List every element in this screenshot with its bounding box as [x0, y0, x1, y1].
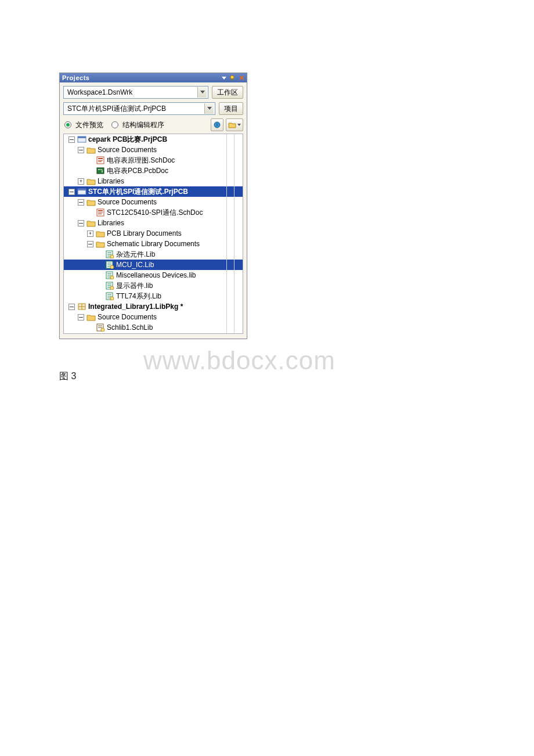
lib-icon	[105, 250, 114, 258]
tree-row[interactable]: 电容表PCB.PcbDoc	[64, 165, 243, 176]
svg-rect-9	[79, 150, 83, 150]
pin-icon[interactable]	[229, 75, 237, 81]
prj-icon	[77, 135, 86, 143]
tree-item-label: STC单片机SPI通信测试.PrjPCB	[88, 186, 188, 197]
tree-item-label: Source Documents	[98, 312, 157, 322]
radio-preview[interactable]	[64, 121, 71, 128]
projects-panel: Projects ✕ Workspace1.DsnWrk 工作区 STC单片机S…	[59, 73, 247, 339]
project-combo[interactable]: STC单片机SPI通信测试.PrjPCB	[63, 102, 215, 115]
tree-row[interactable]: Libraries	[64, 218, 243, 228]
tree-row[interactable]: Schlib1.SchLib	[64, 322, 243, 333]
expander-none	[87, 325, 93, 331]
svg-marker-3	[200, 91, 205, 93]
project-value: STC单片机SPI通信测试.PrjPCB	[67, 104, 204, 114]
tree-row[interactable]: STC12C5410-SPI通信.SchDoc	[64, 207, 243, 218]
panel-body: Workspace1.DsnWrk 工作区 STC单片机SPI通信测试.PrjP…	[60, 82, 247, 339]
globe-icon	[213, 121, 221, 129]
tree-item-label: 显示器件.lib	[116, 280, 153, 291]
tree-item-label: Source Documents	[98, 145, 157, 155]
tree-row[interactable]: Source Documents	[64, 312, 243, 322]
close-icon[interactable]: ✕	[237, 74, 246, 82]
tree-row[interactable]: STC单片机SPI通信测试.PrjPCB	[64, 186, 243, 197]
workspace-button[interactable]: 工作区	[212, 86, 243, 99]
tree-row[interactable]: cepark PCB比赛.PrjPCB	[64, 134, 243, 145]
tree-row[interactable]: +Libraries	[64, 176, 243, 186]
tree-item-label: TTL74系列.Lib	[116, 291, 161, 301]
tree-row[interactable]: Source Documents	[64, 197, 243, 207]
tree-item-label: Schlib1.SchLib	[107, 322, 153, 333]
tree-row[interactable]: Schematic Library Documents	[64, 239, 243, 249]
collapse-icon[interactable]	[68, 189, 75, 195]
tree-item-label: 电容表原理图.SchDoc	[107, 155, 175, 165]
expander-none	[87, 168, 93, 174]
collapse-icon[interactable]	[87, 241, 93, 247]
chevron-down-icon[interactable]	[197, 87, 207, 98]
tree-item-label: Source Documents	[98, 197, 157, 207]
expander-none	[96, 251, 103, 258]
tree-item-label: 电容表PCB.PcbDoc	[107, 165, 168, 176]
svg-rect-2	[232, 78, 233, 80]
radio-preview-label: 文件预览	[75, 120, 103, 130]
expander-none	[96, 283, 103, 289]
svg-rect-14	[97, 168, 104, 174]
tree-item-label: Schematic Library Documents	[107, 239, 200, 249]
collapse-icon[interactable]	[78, 220, 84, 226]
svg-rect-6	[70, 139, 74, 140]
svg-point-41	[101, 328, 104, 332]
expand-icon[interactable]: +	[87, 231, 93, 237]
svg-rect-22	[98, 210, 103, 211]
collapse-icon[interactable]	[68, 304, 75, 310]
tree-item-label: PCB Library Documents	[107, 228, 182, 239]
svg-rect-12	[98, 160, 103, 161]
tree-item-label: MCU_IC.Lib	[116, 260, 154, 270]
tree-item-label: 杂选元件.Lib	[116, 249, 155, 260]
compile-button[interactable]	[211, 118, 223, 131]
folder-options-button[interactable]	[226, 118, 243, 131]
folder-icon	[86, 177, 96, 185]
tree-item-label: Integrated_Library1.LibPkg *	[88, 301, 183, 312]
panel-titlebar[interactable]: Projects ✕	[60, 73, 247, 82]
collapse-icon[interactable]	[78, 314, 84, 321]
svg-rect-24	[98, 214, 102, 214]
project-tree[interactable]: cepark PCB比赛.PrjPCBSource Documents电容表原理…	[63, 134, 243, 334]
tree-row[interactable]: MCU_IC.Lib	[64, 260, 243, 270]
expand-icon[interactable]: +	[78, 178, 84, 185]
svg-rect-26	[88, 244, 92, 244]
svg-point-28	[110, 255, 114, 258]
tree-item-label: cepark PCB比赛.PrjPCB	[88, 134, 167, 145]
workspace-combo[interactable]: Workspace1.DsnWrk	[63, 86, 208, 99]
expander-none	[87, 210, 93, 216]
tree-row[interactable]: 电容表原理图.SchDoc	[64, 155, 243, 165]
prj-icon	[77, 188, 86, 196]
svg-point-36	[110, 297, 114, 300]
radio-structure[interactable]	[111, 121, 118, 128]
tree-row[interactable]: +PCB Library Documents	[64, 228, 243, 239]
tree-row[interactable]: 显示器件.lib	[64, 280, 243, 291]
svg-rect-25	[79, 223, 83, 224]
panel-title: Projects	[61, 74, 221, 81]
svg-point-34	[110, 286, 114, 290]
chevron-down-icon[interactable]	[204, 103, 214, 114]
svg-rect-19	[78, 189, 86, 190]
expander-none	[87, 157, 93, 164]
svg-rect-39	[79, 317, 83, 318]
project-button[interactable]: 项目	[219, 102, 243, 115]
tree-row[interactable]: Miscellaneous Devices.lib	[64, 270, 243, 280]
collapse-icon[interactable]	[78, 147, 84, 153]
lib-icon	[105, 261, 114, 269]
tree-row[interactable]: Source Documents	[64, 145, 243, 155]
svg-rect-17	[70, 192, 74, 192]
collapse-icon[interactable]	[68, 136, 75, 143]
watermark-text: www.bdocx.com	[143, 346, 335, 375]
dropdown-icon[interactable]	[221, 75, 229, 81]
tree-row[interactable]: TTL74系列.Lib	[64, 291, 243, 301]
collapse-icon[interactable]	[78, 199, 84, 206]
tree-item-label: Miscellaneous Devices.lib	[116, 270, 196, 280]
folder-icon	[86, 198, 96, 206]
tree-item-label: Libraries	[98, 176, 124, 186]
tree-row[interactable]: Integrated_Library1.LibPkg *	[64, 301, 243, 312]
tree-item-label: Libraries	[98, 218, 124, 228]
expander-none	[96, 293, 103, 300]
tree-row[interactable]: 杂选元件.Lib	[64, 249, 243, 260]
workspace-value: Workspace1.DsnWrk	[67, 88, 197, 96]
